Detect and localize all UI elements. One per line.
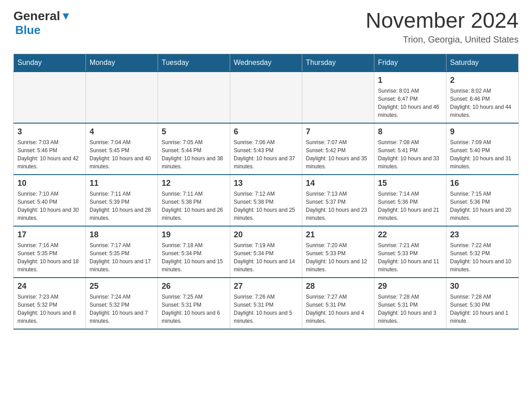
logo-blue-text: Blue xyxy=(15,23,40,37)
day-number: 7 xyxy=(306,127,370,137)
day-number: 28 xyxy=(306,282,370,291)
day-number: 14 xyxy=(306,179,370,188)
calendar-day-cell xyxy=(14,72,86,123)
day-number: 3 xyxy=(17,127,82,137)
sun-info: Sunrise: 7:11 AMSunset: 5:39 PMDaylight:… xyxy=(90,190,154,222)
location-text: Trion, Georgia, United States xyxy=(365,34,519,45)
day-of-week-header: Wednesday xyxy=(230,54,302,72)
day-number: 9 xyxy=(450,127,515,137)
calendar-day-cell: 20Sunrise: 7:19 AMSunset: 5:34 PMDayligh… xyxy=(230,226,302,278)
sun-info: Sunrise: 7:17 AMSunset: 5:35 PMDaylight:… xyxy=(90,241,154,274)
day-number: 13 xyxy=(234,179,298,188)
day-number: 22 xyxy=(378,230,442,240)
calendar-day-cell: 21Sunrise: 7:20 AMSunset: 5:33 PMDayligh… xyxy=(302,226,374,278)
calendar-day-cell: 1Sunrise: 8:01 AMSunset: 6:47 PMDaylight… xyxy=(374,72,446,123)
day-number: 1 xyxy=(378,76,442,85)
calendar-day-cell xyxy=(302,72,374,123)
sun-info: Sunrise: 7:23 AMSunset: 5:32 PMDaylight:… xyxy=(17,293,82,325)
sun-info: Sunrise: 7:20 AMSunset: 5:33 PMDaylight:… xyxy=(306,241,370,274)
sun-info: Sunrise: 7:18 AMSunset: 5:34 PMDaylight:… xyxy=(162,241,226,274)
title-section: November 2024 Trion, Georgia, United Sta… xyxy=(365,9,519,45)
day-number: 8 xyxy=(378,127,442,137)
sun-info: Sunrise: 7:05 AMSunset: 5:44 PMDaylight:… xyxy=(162,138,226,171)
day-number: 16 xyxy=(450,179,515,188)
sun-info: Sunrise: 7:26 AMSunset: 5:31 PMDaylight:… xyxy=(234,293,298,325)
day-of-week-header: Saturday xyxy=(446,54,519,72)
sun-info: Sunrise: 7:03 AMSunset: 5:46 PMDaylight:… xyxy=(17,138,82,171)
calendar-day-cell: 27Sunrise: 7:26 AMSunset: 5:31 PMDayligh… xyxy=(230,278,302,329)
calendar-header-row: SundayMondayTuesdayWednesdayThursdayFrid… xyxy=(14,54,519,72)
day-number: 20 xyxy=(234,230,298,240)
day-number: 21 xyxy=(306,230,370,240)
sun-info: Sunrise: 8:02 AMSunset: 6:46 PMDaylight:… xyxy=(450,87,515,119)
sun-info: Sunrise: 7:21 AMSunset: 5:33 PMDaylight:… xyxy=(378,241,442,274)
day-number: 2 xyxy=(450,76,515,85)
calendar-day-cell: 28Sunrise: 7:27 AMSunset: 5:31 PMDayligh… xyxy=(302,278,374,329)
calendar-day-cell: 17Sunrise: 7:16 AMSunset: 5:35 PMDayligh… xyxy=(14,226,86,278)
calendar-day-cell: 24Sunrise: 7:23 AMSunset: 5:32 PMDayligh… xyxy=(14,278,86,329)
sun-info: Sunrise: 7:06 AMSunset: 5:43 PMDaylight:… xyxy=(234,138,298,171)
day-number: 10 xyxy=(17,179,82,188)
sun-info: Sunrise: 8:01 AMSunset: 6:47 PMDaylight:… xyxy=(378,87,442,119)
sun-info: Sunrise: 7:07 AMSunset: 5:42 PMDaylight:… xyxy=(306,138,370,171)
calendar-day-cell: 7Sunrise: 7:07 AMSunset: 5:42 PMDaylight… xyxy=(302,123,374,175)
calendar-day-cell: 12Sunrise: 7:11 AMSunset: 5:38 PMDayligh… xyxy=(158,175,230,226)
day-number: 27 xyxy=(234,282,298,291)
sun-info: Sunrise: 7:16 AMSunset: 5:35 PMDaylight:… xyxy=(17,241,82,274)
sun-info: Sunrise: 7:19 AMSunset: 5:34 PMDaylight:… xyxy=(234,241,298,274)
logo-arrow-icon xyxy=(61,12,71,21)
calendar-week-row: 10Sunrise: 7:10 AMSunset: 5:40 PMDayligh… xyxy=(14,175,519,226)
calendar-day-cell: 3Sunrise: 7:03 AMSunset: 5:46 PMDaylight… xyxy=(14,123,86,175)
day-of-week-header: Sunday xyxy=(14,54,86,72)
day-number: 5 xyxy=(162,127,226,137)
calendar-day-cell: 18Sunrise: 7:17 AMSunset: 5:35 PMDayligh… xyxy=(86,226,158,278)
sun-info: Sunrise: 7:08 AMSunset: 5:41 PMDaylight:… xyxy=(378,138,442,171)
calendar-week-row: 24Sunrise: 7:23 AMSunset: 5:32 PMDayligh… xyxy=(14,278,519,329)
sun-info: Sunrise: 7:25 AMSunset: 5:31 PMDaylight:… xyxy=(162,293,226,325)
day-number: 24 xyxy=(17,282,82,291)
calendar-day-cell: 8Sunrise: 7:08 AMSunset: 5:41 PMDaylight… xyxy=(374,123,446,175)
sun-info: Sunrise: 7:14 AMSunset: 5:36 PMDaylight:… xyxy=(378,190,442,222)
day-number: 12 xyxy=(162,179,226,188)
calendar-day-cell: 25Sunrise: 7:24 AMSunset: 5:32 PMDayligh… xyxy=(86,278,158,329)
sun-info: Sunrise: 7:28 AMSunset: 5:30 PMDaylight:… xyxy=(450,293,515,325)
sun-info: Sunrise: 7:04 AMSunset: 5:45 PMDaylight:… xyxy=(90,138,154,171)
calendar-day-cell xyxy=(86,72,158,123)
calendar-week-row: 3Sunrise: 7:03 AMSunset: 5:46 PMDaylight… xyxy=(14,123,519,175)
day-of-week-header: Monday xyxy=(86,54,158,72)
day-number: 30 xyxy=(450,282,515,291)
calendar-day-cell: 5Sunrise: 7:05 AMSunset: 5:44 PMDaylight… xyxy=(158,123,230,175)
day-number: 29 xyxy=(378,282,442,291)
day-number: 19 xyxy=(162,230,226,240)
calendar-day-cell: 16Sunrise: 7:15 AMSunset: 5:36 PMDayligh… xyxy=(446,175,519,226)
calendar-day-cell: 15Sunrise: 7:14 AMSunset: 5:36 PMDayligh… xyxy=(374,175,446,226)
day-of-week-header: Friday xyxy=(374,54,446,72)
calendar-week-row: 1Sunrise: 8:01 AMSunset: 6:47 PMDaylight… xyxy=(14,72,519,123)
sun-info: Sunrise: 7:22 AMSunset: 5:32 PMDaylight:… xyxy=(450,241,515,274)
calendar-day-cell: 29Sunrise: 7:28 AMSunset: 5:31 PMDayligh… xyxy=(374,278,446,329)
sun-info: Sunrise: 7:28 AMSunset: 5:31 PMDaylight:… xyxy=(378,293,442,325)
day-number: 26 xyxy=(162,282,226,291)
calendar-week-row: 17Sunrise: 7:16 AMSunset: 5:35 PMDayligh… xyxy=(14,226,519,278)
sun-info: Sunrise: 7:15 AMSunset: 5:36 PMDaylight:… xyxy=(450,190,515,222)
month-title: November 2024 xyxy=(365,9,519,33)
sun-info: Sunrise: 7:12 AMSunset: 5:38 PMDaylight:… xyxy=(234,190,298,222)
calendar-day-cell: 22Sunrise: 7:21 AMSunset: 5:33 PMDayligh… xyxy=(374,226,446,278)
calendar-day-cell: 13Sunrise: 7:12 AMSunset: 5:38 PMDayligh… xyxy=(230,175,302,226)
day-number: 25 xyxy=(90,282,154,291)
calendar-table: SundayMondayTuesdayWednesdayThursdayFrid… xyxy=(13,54,519,330)
calendar-day-cell: 30Sunrise: 7:28 AMSunset: 5:30 PMDayligh… xyxy=(446,278,519,329)
sun-info: Sunrise: 7:11 AMSunset: 5:38 PMDaylight:… xyxy=(162,190,226,222)
calendar-day-cell: 19Sunrise: 7:18 AMSunset: 5:34 PMDayligh… xyxy=(158,226,230,278)
logo: General Blue xyxy=(13,9,71,37)
sun-info: Sunrise: 7:09 AMSunset: 5:40 PMDaylight:… xyxy=(450,138,515,171)
day-number: 15 xyxy=(378,179,442,188)
day-number: 17 xyxy=(17,230,82,240)
day-of-week-header: Thursday xyxy=(302,54,374,72)
svg-marker-0 xyxy=(63,13,69,20)
sun-info: Sunrise: 7:27 AMSunset: 5:31 PMDaylight:… xyxy=(306,293,370,325)
calendar-day-cell: 4Sunrise: 7:04 AMSunset: 5:45 PMDaylight… xyxy=(86,123,158,175)
calendar-day-cell: 23Sunrise: 7:22 AMSunset: 5:32 PMDayligh… xyxy=(446,226,519,278)
calendar-day-cell: 26Sunrise: 7:25 AMSunset: 5:31 PMDayligh… xyxy=(158,278,230,329)
calendar-day-cell xyxy=(158,72,230,123)
